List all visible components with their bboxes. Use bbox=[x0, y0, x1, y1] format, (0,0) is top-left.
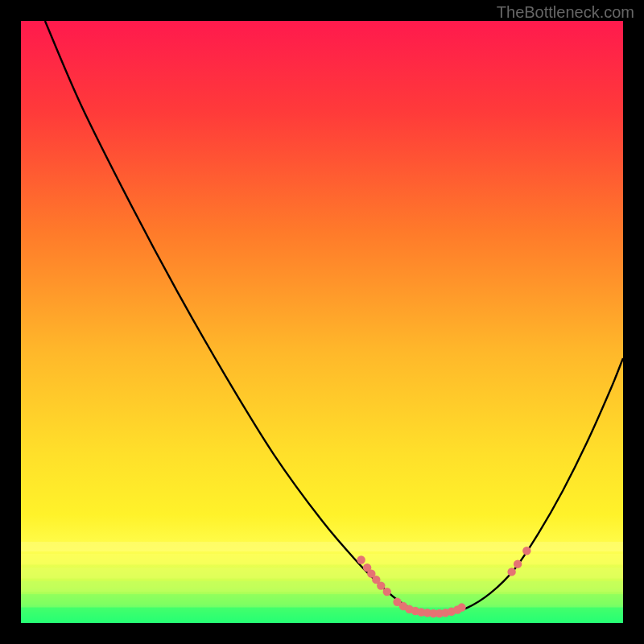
data-marker bbox=[457, 603, 465, 611]
data-marker bbox=[383, 588, 391, 596]
curve-layer bbox=[21, 21, 623, 623]
data-marker bbox=[507, 568, 515, 576]
plot-area bbox=[21, 21, 623, 623]
data-marker bbox=[522, 547, 530, 555]
data-marker bbox=[514, 559, 522, 568]
data-marker bbox=[357, 555, 365, 564]
data-marker bbox=[377, 581, 385, 589]
data-markers bbox=[357, 547, 530, 617]
bottleneck-curve bbox=[45, 21, 623, 614]
watermark-text: TheBottleneck.com bbox=[497, 3, 634, 22]
